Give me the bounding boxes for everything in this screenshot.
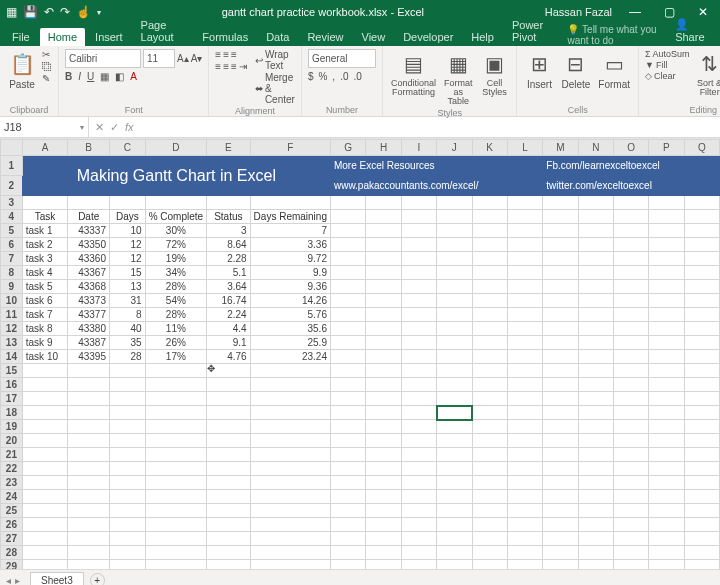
row-header[interactable]: 1	[1, 156, 23, 176]
font-size-combo[interactable]: 11	[143, 49, 175, 68]
cell[interactable]: task 7	[22, 308, 68, 322]
tab-developer[interactable]: Developer	[395, 28, 461, 46]
percent-icon[interactable]: %	[318, 71, 327, 82]
cell[interactable]: 19%	[145, 252, 206, 266]
tab-help[interactable]: Help	[463, 28, 502, 46]
dec-decimal-icon[interactable]: .0	[353, 71, 361, 82]
col-header[interactable]: E	[207, 140, 251, 156]
comma-icon[interactable]: ,	[332, 71, 335, 82]
autosum-button[interactable]: ΣAutoSum	[645, 49, 690, 59]
tab-insert[interactable]: Insert	[87, 28, 131, 46]
cell[interactable]: task 4	[22, 266, 68, 280]
cell[interactable]: 10	[109, 224, 145, 238]
tab-file[interactable]: File	[4, 28, 38, 46]
cell[interactable]: task 2	[22, 238, 68, 252]
sort-filter-button[interactable]: ⇅Sort & Filter	[694, 49, 720, 98]
cell[interactable]: 23.24	[250, 350, 330, 364]
format-as-table-button[interactable]: ▦Format as Table	[442, 49, 475, 107]
tab-review[interactable]: Review	[299, 28, 351, 46]
row-header[interactable]: 2	[1, 176, 23, 196]
col-header[interactable]: F	[250, 140, 330, 156]
align-right-icon[interactable]: ≡	[231, 61, 237, 72]
cell[interactable]: 35	[109, 336, 145, 350]
row-header[interactable]: 21	[1, 448, 23, 462]
cell[interactable]: 3.64	[207, 280, 251, 294]
row-header[interactable]: 4	[1, 210, 23, 224]
cell[interactable]: 43373	[68, 294, 110, 308]
cell[interactable]: 43380	[68, 322, 110, 336]
cell[interactable]: 43377	[68, 308, 110, 322]
cell[interactable]: 8	[109, 308, 145, 322]
cell[interactable]: 35.6	[250, 322, 330, 336]
row-header[interactable]: 17	[1, 392, 23, 406]
cell[interactable]: task 8	[22, 322, 68, 336]
cell[interactable]: 12	[109, 252, 145, 266]
shrink-font-icon[interactable]: A▾	[191, 53, 203, 64]
row-header[interactable]: 20	[1, 434, 23, 448]
cell[interactable]: 43368	[68, 280, 110, 294]
fx-icon[interactable]: fx	[125, 121, 134, 134]
cell[interactable]: 2.28	[207, 252, 251, 266]
col-header[interactable]: K	[472, 140, 507, 156]
clear-button[interactable]: ◇Clear	[645, 71, 690, 81]
tell-me-search[interactable]: 💡 Tell me what you want to do	[567, 24, 665, 46]
cell[interactable]: 2.24	[207, 308, 251, 322]
sheet-tab[interactable]: Sheet3	[30, 572, 84, 585]
cell[interactable]: 3	[207, 224, 251, 238]
col-header[interactable]: C	[109, 140, 145, 156]
cell[interactable]: 16.74	[207, 294, 251, 308]
row-header[interactable]: 29	[1, 560, 23, 570]
col-header[interactable]: M	[543, 140, 578, 156]
cell[interactable]: 4.4	[207, 322, 251, 336]
format-painter-icon[interactable]: ✎	[42, 73, 52, 84]
cell[interactable]: 14.26	[250, 294, 330, 308]
row-header[interactable]: 6	[1, 238, 23, 252]
cell[interactable]: 9.9	[250, 266, 330, 280]
redo-icon[interactable]: ↷	[60, 5, 70, 19]
cell[interactable]: 15	[109, 266, 145, 280]
undo-icon[interactable]: ↶	[44, 5, 54, 19]
cell[interactable]: 7	[250, 224, 330, 238]
cell[interactable]: task 3	[22, 252, 68, 266]
sheet-table[interactable]: ABCDEFGHIJKLMNOPQ 1Making Gantt Chart in…	[0, 139, 720, 569]
cell[interactable]: task 9	[22, 336, 68, 350]
cell[interactable]: 40	[109, 322, 145, 336]
sheet-nav-next-icon[interactable]: ▸	[15, 575, 20, 586]
cell[interactable]: 31	[109, 294, 145, 308]
cell[interactable]: task 5	[22, 280, 68, 294]
col-header[interactable]: L	[507, 140, 542, 156]
row-header[interactable]: 23	[1, 476, 23, 490]
tab-view[interactable]: View	[354, 28, 394, 46]
align-left-icon[interactable]: ≡	[215, 61, 221, 72]
name-box[interactable]: J18	[0, 117, 89, 137]
font-color-icon[interactable]: A	[130, 71, 137, 82]
col-header[interactable]: D	[145, 140, 206, 156]
inc-decimal-icon[interactable]: .0	[340, 71, 348, 82]
cell[interactable]: 17%	[145, 350, 206, 364]
col-header[interactable]: P	[649, 140, 684, 156]
cell[interactable]: 12	[109, 238, 145, 252]
row-header[interactable]: 19	[1, 420, 23, 434]
row-header[interactable]: 10	[1, 294, 23, 308]
cell[interactable]: 43350	[68, 238, 110, 252]
cell[interactable]: task 6	[22, 294, 68, 308]
row-header[interactable]: 7	[1, 252, 23, 266]
cell[interactable]: 4.76	[207, 350, 251, 364]
merge-center-button[interactable]: ⬌Merge & Center	[255, 72, 295, 105]
col-header[interactable]: I	[401, 140, 436, 156]
row-header[interactable]: 27	[1, 532, 23, 546]
paste-button[interactable]: 📋Paste	[6, 49, 38, 91]
row-header[interactable]: 22	[1, 462, 23, 476]
cell[interactable]: 43360	[68, 252, 110, 266]
cell[interactable]: 9.1	[207, 336, 251, 350]
cell[interactable]: 28%	[145, 308, 206, 322]
col-header[interactable]: J	[437, 140, 472, 156]
table-header[interactable]: Days	[109, 210, 145, 224]
cell[interactable]: 30%	[145, 224, 206, 238]
cell[interactable]: 8.64	[207, 238, 251, 252]
new-sheet-button[interactable]: +	[90, 573, 105, 586]
row-header[interactable]: 13	[1, 336, 23, 350]
bold-button[interactable]: B	[65, 71, 72, 82]
worksheet-grid[interactable]: ABCDEFGHIJKLMNOPQ 1Making Gantt Chart in…	[0, 138, 720, 569]
fill-button[interactable]: ▼Fill	[645, 60, 690, 70]
